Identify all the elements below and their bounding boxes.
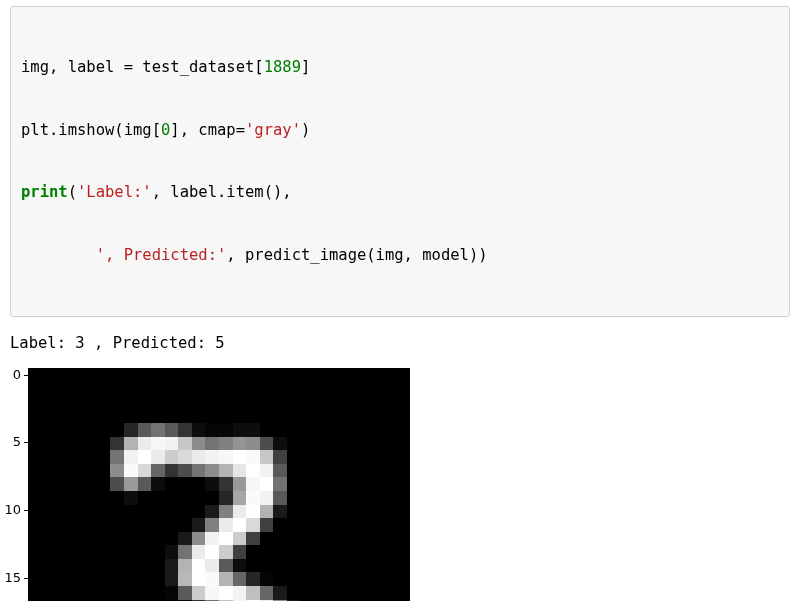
stdout-output: Label: 3 , Predicted: 5 bbox=[10, 333, 790, 354]
heatmap-grid bbox=[28, 368, 410, 601]
plot-output: 05101520250510152025 bbox=[28, 368, 790, 601]
code-input-cell[interactable]: img, label = test_dataset[1889] plt.imsh… bbox=[10, 6, 790, 317]
code-line-3: print('Label:', label.item(), bbox=[21, 182, 779, 203]
code-line-4: ', Predicted:', predict_image(img, model… bbox=[21, 245, 779, 266]
index-literal: 1889 bbox=[264, 58, 301, 76]
heatmap-axes: 05101520250510152025 bbox=[28, 368, 408, 601]
string-literal: 'Label:' bbox=[77, 183, 152, 201]
notebook-cell-region: img, label = test_dataset[1889] plt.imsh… bbox=[0, 0, 800, 601]
code-line-1: img, label = test_dataset[1889] bbox=[21, 57, 779, 78]
keyword-print: print bbox=[21, 183, 68, 201]
string-literal: ', Predicted:' bbox=[96, 246, 227, 264]
string-literal: 'gray' bbox=[245, 121, 301, 139]
code-line-2: plt.imshow(img[0], cmap='gray') bbox=[21, 120, 779, 141]
